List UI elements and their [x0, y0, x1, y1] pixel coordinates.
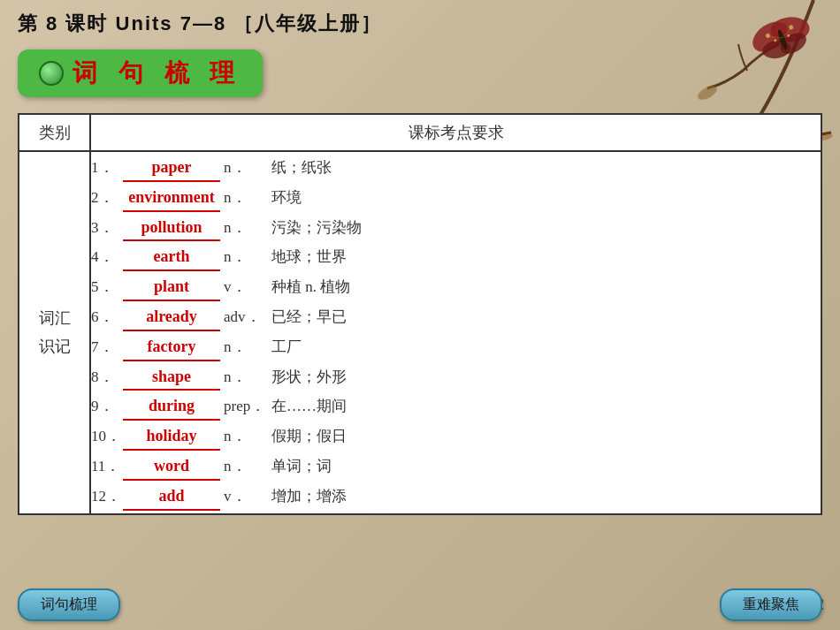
item-word: earth: [123, 244, 220, 271]
list-item: 5．plantv．种植 n. 植物: [91, 274, 821, 301]
item-meaning: 环境: [271, 186, 302, 209]
item-meaning: 污染；污染物: [271, 216, 362, 239]
col-category-header: 类别: [19, 115, 90, 151]
item-pos: n．: [224, 454, 268, 478]
item-pos: n．: [224, 216, 268, 239]
item-number: 10．: [91, 424, 123, 448]
item-pos: n．: [224, 156, 268, 179]
key-focus-button[interactable]: 重难聚焦: [720, 588, 822, 621]
item-pos: n．: [224, 335, 268, 359]
item-meaning: 单词；词: [271, 454, 332, 478]
item-word: already: [123, 304, 220, 331]
list-item: 12．addv．增加；增添: [91, 483, 821, 511]
item-pos: n．: [224, 186, 268, 209]
list-item: 11．wordn．单词；词: [91, 453, 821, 481]
item-number: 6．: [91, 305, 123, 329]
list-item: 8．shapen．形状；外形: [91, 364, 821, 391]
list-item: 1．papern．纸；纸张: [91, 155, 821, 182]
item-pos: v．: [224, 275, 268, 299]
item-number: 3．: [91, 216, 123, 239]
item-word: word: [123, 453, 220, 481]
list-item: 2．environmentn．环境: [91, 185, 821, 212]
item-word: plant: [123, 274, 220, 301]
item-meaning: 增加；增添: [271, 484, 347, 508]
item-word: holiday: [123, 423, 220, 451]
item-number: 12．: [91, 484, 123, 508]
item-meaning: 在……期间: [271, 394, 347, 418]
item-number: 9．: [91, 394, 123, 418]
item-meaning: 已经；早已: [271, 305, 347, 329]
vocab-table-container: 类别 课标考点要求 词汇识记 1．papern．纸；纸张2．environmen…: [18, 113, 822, 515]
item-number: 8．: [91, 365, 123, 389]
category-cell: 词汇识记: [19, 151, 90, 513]
item-meaning: 种植 n. 植物: [271, 275, 350, 299]
item-word: environment: [123, 185, 220, 212]
item-number: 7．: [91, 335, 123, 359]
item-word: pollution: [123, 215, 220, 242]
item-meaning: 形状；外形: [271, 365, 347, 389]
item-number: 11．: [91, 454, 123, 478]
item-pos: prep．: [224, 394, 268, 418]
item-word: factory: [123, 334, 220, 361]
green-dot-icon: [39, 61, 64, 86]
item-word: during: [123, 393, 220, 421]
item-word: shape: [123, 364, 220, 391]
col-content-header: 课标考点要求: [90, 115, 821, 151]
bottom-bar: 词句梳理 重难聚焦: [0, 588, 840, 621]
item-pos: adv．: [224, 305, 268, 329]
item-number: 1．: [91, 156, 123, 179]
item-number: 2．: [91, 186, 123, 209]
green-badge: 词 句 梳 理: [18, 49, 263, 97]
item-meaning: 工厂: [271, 335, 302, 359]
item-pos: n．: [224, 424, 268, 448]
vocab-sort-button[interactable]: 词句梳理: [18, 588, 120, 621]
list-item: 9．duringprep．在……期间: [91, 393, 821, 421]
list-item: 10．holidayn．假期；假日: [91, 423, 821, 451]
item-pos: v．: [224, 484, 268, 508]
vocab-table: 类别 课标考点要求 词汇识记 1．papern．纸；纸张2．environmen…: [19, 115, 821, 513]
item-word: paper: [123, 155, 220, 182]
item-number: 5．: [91, 275, 123, 299]
badge-text: 词 句 梳 理: [73, 57, 241, 90]
item-pos: n．: [224, 245, 268, 269]
list-item: 4．earthn．地球；世界: [91, 244, 821, 271]
badge-container: 词 句 梳 理: [0, 44, 840, 106]
header-title: 第 8 课时 Units 7—8 ［八年级上册］: [18, 11, 382, 37]
list-item: 3．pollutionn．污染；污染物: [91, 215, 821, 242]
header: 第 8 课时 Units 7—8 ［八年级上册］: [0, 0, 840, 44]
item-meaning: 地球；世界: [271, 245, 347, 269]
item-word: add: [123, 483, 220, 511]
list-item: 7．factoryn．工厂: [91, 334, 821, 361]
item-meaning: 假期；假日: [271, 424, 347, 448]
vocab-content-row: 词汇识记 1．papern．纸；纸张2．environmentn．环境3．pol…: [19, 151, 821, 513]
vocab-cell: 1．papern．纸；纸张2．environmentn．环境3．pollutio…: [90, 151, 821, 513]
item-number: 4．: [91, 245, 123, 269]
list-item: 6．alreadyadv．已经；早已: [91, 304, 821, 331]
item-meaning: 纸；纸张: [271, 156, 332, 179]
table-header-row: 类别 课标考点要求: [19, 115, 821, 151]
item-pos: n．: [224, 365, 268, 389]
